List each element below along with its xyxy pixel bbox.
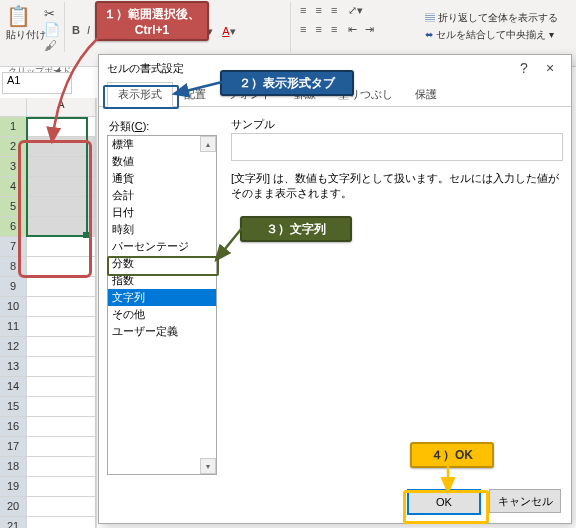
- cell[interactable]: [27, 497, 96, 516]
- tab-0[interactable]: 表示形式: [107, 82, 173, 107]
- list-item[interactable]: パーセンテージ: [108, 238, 216, 255]
- table-row: 7: [0, 237, 96, 257]
- name-box[interactable]: A1: [2, 72, 72, 94]
- table-row: 4: [0, 177, 96, 197]
- dialog-body: 分類(C): ▴ ▾ 標準数値通貨会計日付時刻パーセンテージ分数指数文字列その他…: [107, 113, 563, 483]
- table-row: 3: [0, 157, 96, 177]
- cell[interactable]: [27, 197, 96, 216]
- list-item[interactable]: その他: [108, 306, 216, 323]
- alignment-group: ≡ ≡ ≡ ⤢▾ ≡ ≡ ≡ ⇤ ⇥: [300, 4, 374, 36]
- cell[interactable]: [27, 337, 96, 356]
- row-header[interactable]: 8: [0, 257, 27, 276]
- select-all-corner[interactable]: [0, 98, 27, 116]
- col-header-A[interactable]: A: [27, 98, 96, 116]
- paste-label[interactable]: 貼り付け: [6, 28, 46, 42]
- list-item[interactable]: ユーザー定義: [108, 323, 216, 340]
- clipboard-group: 📋 貼り付け: [6, 4, 46, 42]
- format-description: [文字列] は、数値も文字列として扱います。セルには入力した値がそのまま表示され…: [231, 171, 563, 202]
- scroll-down-icon[interactable]: ▾: [200, 458, 216, 474]
- bold-button[interactable]: B: [72, 24, 80, 36]
- align-top-icon[interactable]: ≡: [300, 4, 306, 16]
- orientation-icon[interactable]: ⤢▾: [348, 4, 363, 16]
- cell[interactable]: [27, 137, 96, 156]
- list-item[interactable]: 通貨: [108, 170, 216, 187]
- indent-dec-icon[interactable]: ⇤: [348, 23, 357, 35]
- align-middle-icon[interactable]: ≡: [315, 4, 321, 16]
- row-header[interactable]: 6: [0, 217, 27, 236]
- cell[interactable]: [27, 277, 96, 296]
- list-item[interactable]: 指数: [108, 272, 216, 289]
- list-item[interactable]: 日付: [108, 204, 216, 221]
- cell[interactable]: [27, 477, 96, 496]
- tab-1[interactable]: 配置: [173, 82, 217, 107]
- cell[interactable]: [27, 437, 96, 456]
- merge-center-button[interactable]: ⬌ セルを結合して中央揃え ▾: [425, 28, 558, 42]
- row-header[interactable]: 20: [0, 497, 27, 516]
- cell[interactable]: [27, 117, 96, 136]
- list-item[interactable]: 分数: [108, 255, 216, 272]
- cell[interactable]: [27, 517, 96, 528]
- cell[interactable]: [27, 297, 96, 316]
- indent-inc-icon[interactable]: ⇥: [365, 23, 374, 35]
- callout-3: ３）文字列: [240, 216, 352, 242]
- row-header[interactable]: 3: [0, 157, 27, 176]
- cut-icon[interactable]: ✂: [44, 6, 55, 21]
- list-item[interactable]: 数値: [108, 153, 216, 170]
- cancel-button[interactable]: キャンセル: [489, 489, 561, 513]
- tab-5[interactable]: 保護: [404, 82, 448, 107]
- row-header[interactable]: 7: [0, 237, 27, 256]
- row-header[interactable]: 21: [0, 517, 27, 528]
- close-button[interactable]: ×: [537, 60, 563, 76]
- cell[interactable]: [27, 257, 96, 276]
- align-right-icon[interactable]: ≡: [331, 23, 337, 35]
- help-button[interactable]: ?: [511, 60, 537, 76]
- row-header[interactable]: 2: [0, 137, 27, 156]
- cell[interactable]: [27, 177, 96, 196]
- table-row: 20: [0, 497, 96, 517]
- cell[interactable]: [27, 377, 96, 396]
- cell[interactable]: [27, 237, 96, 256]
- scroll-up-icon[interactable]: ▴: [200, 136, 216, 152]
- align-center-icon[interactable]: ≡: [315, 23, 321, 35]
- list-item[interactable]: 文字列: [108, 289, 216, 306]
- cell[interactable]: [27, 217, 96, 236]
- cell[interactable]: [27, 317, 96, 336]
- category-label: 分類(C):: [109, 119, 563, 134]
- cell[interactable]: [27, 157, 96, 176]
- row-header[interactable]: 14: [0, 377, 27, 396]
- list-item[interactable]: 会計: [108, 187, 216, 204]
- wrap-merge-group: ▤ 折り返して全体を表示する ⬌ セルを結合して中央揃え ▾: [425, 8, 558, 45]
- row-header[interactable]: 1: [0, 117, 27, 136]
- cell[interactable]: [27, 357, 96, 376]
- italic-button[interactable]: I: [87, 24, 90, 36]
- category-listbox[interactable]: ▴ ▾ 標準数値通貨会計日付時刻パーセンテージ分数指数文字列その他ユーザー定義: [107, 135, 217, 475]
- wrap-text-button[interactable]: ▤ 折り返して全体を表示する: [425, 11, 558, 25]
- row-header[interactable]: 19: [0, 477, 27, 496]
- row-header[interactable]: 16: [0, 417, 27, 436]
- row-header[interactable]: 5: [0, 197, 27, 216]
- ribbon-divider: [64, 2, 65, 52]
- table-row: 13: [0, 357, 96, 377]
- align-left-icon[interactable]: ≡: [300, 23, 306, 35]
- callout-1: １）範囲選択後、Ctrl+1: [95, 1, 209, 41]
- cell[interactable]: [27, 457, 96, 476]
- cell[interactable]: [27, 397, 96, 416]
- ok-button[interactable]: OK: [407, 489, 481, 515]
- paste-icon[interactable]: 📋: [6, 4, 31, 28]
- row-header[interactable]: 13: [0, 357, 27, 376]
- row-header[interactable]: 11: [0, 317, 27, 336]
- copy-icon[interactable]: 📄: [44, 22, 60, 37]
- row-header[interactable]: 15: [0, 397, 27, 416]
- font-color-icon[interactable]: A: [222, 25, 229, 37]
- row-header[interactable]: 12: [0, 337, 27, 356]
- cell[interactable]: [27, 417, 96, 436]
- list-item[interactable]: 時刻: [108, 221, 216, 238]
- format-painter-icon[interactable]: 🖌: [44, 38, 57, 53]
- row-header[interactable]: 4: [0, 177, 27, 196]
- dialog-title: セルの書式設定: [107, 61, 184, 76]
- row-header[interactable]: 18: [0, 457, 27, 476]
- row-header[interactable]: 9: [0, 277, 27, 296]
- align-bottom-icon[interactable]: ≡: [331, 4, 337, 16]
- row-header[interactable]: 17: [0, 437, 27, 456]
- row-header[interactable]: 10: [0, 297, 27, 316]
